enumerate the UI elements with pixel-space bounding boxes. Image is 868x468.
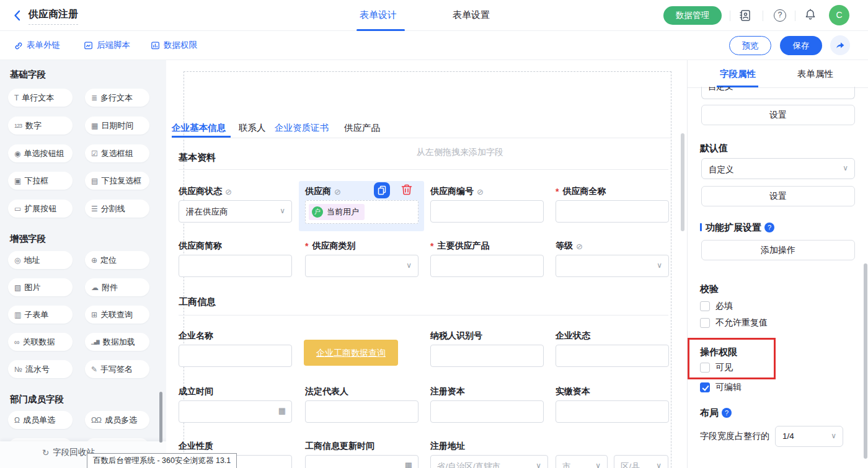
supplier-no-input[interactable] (430, 200, 544, 223)
tax-id-input[interactable] (430, 345, 544, 367)
preview-button[interactable]: 预览 (729, 36, 771, 55)
page-title[interactable]: 供应商注册 (29, 8, 78, 25)
field-item-linked-data[interactable]: ∞关联数据 (8, 333, 73, 351)
required-checkbox-row[interactable]: 必填 (700, 301, 733, 312)
settings-button-2[interactable]: 设置 (701, 186, 855, 206)
address-district-select[interactable]: 区/县∨ (614, 455, 668, 468)
sidebar-scrollbar-thumb[interactable] (159, 392, 162, 443)
editable-checkbox[interactable] (700, 382, 710, 392)
field-label-grade: 等级⊘ (556, 241, 583, 252)
avatar[interactable]: C (829, 5, 849, 25)
field-item-number[interactable]: 123数字 (8, 117, 73, 135)
field-item-data-load[interactable]: ▁▄▇数据加载 (85, 333, 149, 351)
settings-button-1[interactable]: 设置 (701, 105, 855, 125)
legal-representative-input[interactable] (305, 400, 418, 423)
canvas-tab-contacts[interactable]: 联系人 (239, 122, 266, 134)
share-button[interactable] (830, 35, 850, 55)
field-item-serial-number[interactable]: №流水号 (8, 360, 73, 378)
field-item-lookup-query[interactable]: ⊞关联查询 (85, 306, 149, 324)
editable-checkbox-row[interactable]: 可编辑 (700, 382, 742, 393)
field-width-select[interactable]: 1/4∨ (775, 426, 843, 447)
grade-select[interactable]: ∨ (556, 255, 669, 277)
field-item-checkbox-group[interactable]: ☑复选框组 (85, 144, 149, 162)
field-item-member-single[interactable]: Ω成员单选 (8, 411, 73, 429)
field-item-signature[interactable]: ✎手写签名 (85, 360, 149, 378)
supplier-field-box[interactable]: 户 当前用户 (305, 200, 418, 224)
default-value-select[interactable]: 自定义∨ (701, 158, 855, 179)
user-tag-avatar: 户 (312, 206, 323, 218)
clipped-select[interactable]: 自定义 (701, 87, 855, 99)
field-item-location[interactable]: ⊕定位 (85, 251, 149, 269)
field-item-single-line-text[interactable]: T单行文本 (8, 89, 73, 107)
supplier-status-select[interactable]: 潜在供应商∨ (179, 200, 292, 223)
field-item-member-multi[interactable]: ΩΩ成员多选 (85, 411, 149, 429)
add-action-button[interactable]: 添加操作 (701, 240, 855, 260)
field-item-attachment[interactable]: ☁附件 (85, 278, 149, 296)
field-item-image[interactable]: ▧图片 (8, 278, 73, 296)
tab-form-properties[interactable]: 表单属性 (797, 68, 833, 80)
no-duplicate-checkbox-row[interactable]: 不允许重复值 (700, 317, 768, 329)
permission-title: 操作权限 (700, 347, 737, 358)
visible-checkbox-row[interactable]: 可见 (700, 362, 733, 373)
supplier-short-name-input[interactable] (179, 255, 292, 277)
visible-checkbox[interactable] (700, 363, 710, 373)
section-divider (179, 315, 668, 316)
image-icon: ▧ (14, 283, 20, 292)
canvas-tab-certificates[interactable]: 企业资质证书 (275, 122, 329, 134)
address-province-select[interactable]: 省/自治区/直辖市∨ (430, 455, 548, 468)
field-item-datetime[interactable]: ▦日期时间 (85, 117, 149, 135)
supplier-full-name-input[interactable] (556, 200, 669, 223)
paid-in-capital-input[interactable] (556, 400, 669, 423)
canvas-tab-products[interactable]: 供应产品 (344, 122, 380, 134)
field-item-multi-line-text[interactable]: ≣多行文本 (85, 89, 149, 107)
field-item-address[interactable]: ◎地址 (8, 251, 73, 269)
bell-icon[interactable] (804, 8, 817, 22)
field-item-label: 附件 (102, 282, 118, 293)
delete-field-button[interactable] (399, 182, 415, 198)
canvas-scrollbar-thumb[interactable] (681, 133, 684, 231)
save-button[interactable]: 保存 (780, 36, 822, 55)
panel-scrollbar-thumb[interactable] (864, 263, 867, 459)
form-external-link[interactable]: 表单外链 (14, 40, 60, 51)
field-item-multi-select[interactable]: ▤下拉复选框 (85, 172, 149, 190)
number-icon: 123 (14, 123, 22, 129)
tab-form-settings[interactable]: 表单设置 (453, 9, 490, 21)
divider-icon: ☰ (91, 205, 97, 213)
form-canvas: 企业基本信息 联系人 企业资质证书 供应产品 基本资料 从左侧拖拽来添加字段 供… (166, 60, 687, 468)
field-item-radio-group[interactable]: ◉单选按钮组 (8, 144, 73, 162)
data-manage-button[interactable]: 数据管理 (663, 6, 722, 25)
main-products-input[interactable] (430, 255, 544, 277)
business-data-query-button[interactable]: 企业工商数据查询 (304, 340, 398, 366)
registered-capital-input[interactable] (430, 400, 544, 423)
established-date-input[interactable]: ▦ (179, 400, 292, 423)
no-duplicate-checkbox[interactable] (700, 318, 710, 328)
data-permission-link[interactable]: 数据权限 (151, 40, 197, 51)
company-status-input[interactable] (556, 345, 669, 367)
field-item-extended-button[interactable]: ▭扩展按钮 (8, 200, 73, 218)
back-button[interactable] (11, 9, 24, 22)
textarea-icon: ≣ (91, 94, 97, 102)
required-checkbox[interactable] (700, 301, 710, 311)
tab-field-properties[interactable]: 字段属性 (720, 68, 756, 80)
address-city-select[interactable]: 市∨ (556, 455, 608, 468)
section-heading-business: 工商信息 (179, 296, 216, 308)
business-update-time-input[interactable]: ▦ (305, 455, 418, 468)
tab-form-design[interactable]: 表单设计 (360, 9, 397, 21)
field-item-divider[interactable]: ☰分割线 (85, 200, 149, 218)
help-icon[interactable]: ? (774, 9, 786, 22)
backend-script-link[interactable]: 后端脚本 (84, 40, 130, 51)
supplier-category-select[interactable]: ∨ (305, 255, 418, 277)
canvas-tab-basic-info[interactable]: 企业基本信息 (172, 122, 226, 134)
help-icon[interactable]: ? (722, 408, 732, 418)
label-text: 企业状态 (556, 330, 590, 342)
contact-book-icon[interactable] (738, 9, 752, 22)
help-icon[interactable]: ? (764, 223, 774, 232)
field-item-subform[interactable]: ▥子表单 (8, 306, 73, 324)
company-name-input[interactable] (179, 345, 292, 367)
attachment-icon: ☁ (91, 283, 98, 292)
field-item-label: 关联数据 (23, 337, 55, 348)
chevron-down-icon: ∨ (536, 461, 541, 468)
copy-field-button[interactable] (374, 182, 390, 198)
current-user-tag[interactable]: 户 当前用户 (309, 204, 365, 220)
field-item-select[interactable]: ▣下拉框 (8, 172, 73, 190)
